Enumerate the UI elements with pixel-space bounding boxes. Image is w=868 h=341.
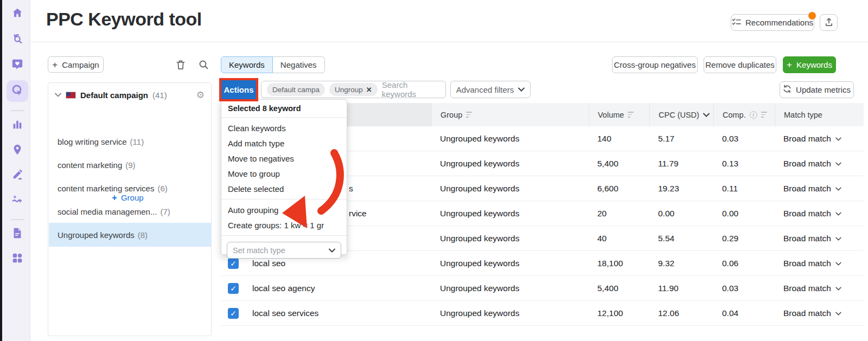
menu-item-move-to-group[interactable]: Move to group xyxy=(221,166,347,181)
match-type-dropdown[interactable]: Broad match xyxy=(775,259,864,268)
export-button[interactable] xyxy=(820,14,838,31)
match-type-dropdown[interactable]: Broad match xyxy=(775,209,864,218)
match-type-label: Broad match xyxy=(783,134,831,144)
keyword-label-partial: s xyxy=(349,176,353,201)
group-item-content-marketing[interactable]: content marketing (9) xyxy=(49,153,212,177)
cpc-cell: 5.54 xyxy=(649,234,713,243)
volume-cell: 5,400 xyxy=(589,284,649,293)
column-header-group[interactable]: Group xyxy=(431,103,589,126)
remove-chip-icon[interactable]: ✕ xyxy=(366,86,372,94)
menu-item-auto-grouping[interactable]: Auto grouping xyxy=(221,202,347,217)
comp-cell: 0.06 xyxy=(713,259,775,268)
sort-icon[interactable] xyxy=(628,112,634,117)
recommendations-label: Recommendations xyxy=(745,18,813,27)
set-match-type-select[interactable]: Set match type xyxy=(227,242,341,259)
campaign-tree-header[interactable]: Default campaign (41) ⚙ xyxy=(48,83,211,107)
campaign-name: Default campaign xyxy=(80,91,148,100)
menu-item-create-groups[interactable]: Create groups: 1 kw = 1 gr xyxy=(221,217,347,233)
keyword-search-input[interactable]: Default campa Ungroup ✕ Search keywords xyxy=(261,81,446,98)
actions-button[interactable]: Actions xyxy=(221,80,256,99)
group-item-ungrouped-keywords[interactable]: Ungrouped keywords (8) xyxy=(49,223,212,247)
sidebar-item-local-marketing[interactable] xyxy=(7,140,28,162)
menu-item-clean-keywords[interactable]: Clean keywords xyxy=(221,120,347,136)
sidebar-item-apps[interactable] xyxy=(7,248,28,270)
group-item-blog-writing-service[interactable]: blog writing service (11) xyxy=(49,130,212,153)
heart-bubble-icon xyxy=(11,58,23,72)
trash-icon[interactable] xyxy=(176,60,186,72)
select-placeholder: Set match type xyxy=(233,246,285,255)
column-header-match-type[interactable]: Match type xyxy=(775,103,864,126)
volume-cell: 12,100 xyxy=(589,308,649,318)
match-type-dropdown[interactable]: Broad match xyxy=(775,134,864,144)
sort-icon[interactable] xyxy=(761,112,767,117)
filter-chip-campaign[interactable]: Default campa xyxy=(267,83,325,96)
menu-item-delete-selected[interactable]: Delete selected xyxy=(221,181,347,196)
group-count: (9) xyxy=(125,160,135,170)
row-checkbox-checked[interactable]: ✓ xyxy=(228,283,239,294)
tab-keywords[interactable]: Keywords xyxy=(221,56,273,73)
match-type-dropdown[interactable]: Broad match xyxy=(775,159,864,169)
sidebar-divider xyxy=(11,110,24,111)
chevron-down-icon[interactable] xyxy=(703,113,710,117)
sidebar-item-home[interactable] xyxy=(7,3,28,25)
chip-label: Ungroup xyxy=(335,86,363,94)
chevron-down-icon[interactable] xyxy=(55,93,61,97)
group-item-social-media-management[interactable]: social media managemen... (7) xyxy=(49,200,212,223)
update-metrics-button[interactable]: Update metrics xyxy=(780,81,854,98)
group-name: blog writing service xyxy=(58,137,127,146)
menu-item-add-match-type[interactable]: Add match type xyxy=(221,136,347,151)
group-cell: Ungrouped keywords xyxy=(431,184,589,194)
match-type-dropdown[interactable]: Broad match xyxy=(775,234,864,243)
tab-negatives[interactable]: Negatives xyxy=(273,56,325,73)
sidebar-item-feedback[interactable] xyxy=(7,54,28,76)
add-keywords-button[interactable]: + Keywords xyxy=(783,56,836,73)
comp-cell: 0.11 xyxy=(713,184,775,194)
row-checkbox-checked[interactable]: ✓ xyxy=(228,308,239,319)
sidebar-item-insights[interactable] xyxy=(7,190,28,211)
menu-item-move-to-negatives[interactable]: Move to negatives xyxy=(221,151,347,166)
advanced-filters-label: Advanced filters xyxy=(456,85,514,94)
comp-cell: 0.03 xyxy=(713,284,775,293)
map-pin-icon xyxy=(11,144,23,158)
match-type-dropdown[interactable]: Broad match xyxy=(775,184,864,194)
group-name: content marketing services xyxy=(58,184,154,193)
cross-group-negatives-button[interactable]: Cross-group negatives xyxy=(612,56,698,73)
sidebar-item-content-editor[interactable] xyxy=(7,165,28,186)
group-name: Ungrouped keywords xyxy=(58,230,135,240)
group-cell: Ungrouped keywords xyxy=(431,259,589,268)
match-type-label: Broad match xyxy=(783,284,831,293)
chevron-down-icon xyxy=(518,87,525,92)
apps-grid-icon xyxy=(11,252,23,266)
comp-cell: 0.29 xyxy=(713,234,775,243)
filter-chip-group[interactable]: Ungroup ✕ xyxy=(329,83,378,96)
column-header-comp[interactable]: Comp. i xyxy=(713,103,775,126)
match-type-dropdown[interactable]: Broad match xyxy=(775,284,864,293)
sparkles-trend-icon xyxy=(11,194,23,208)
advanced-filters-dropdown[interactable]: Advanced filters xyxy=(450,81,531,98)
chevron-down-icon xyxy=(835,237,841,241)
recommendations-button[interactable]: Recommendations xyxy=(731,14,814,31)
match-type-label: Broad match xyxy=(783,184,831,194)
chevron-down-icon xyxy=(835,212,841,216)
chevron-down-icon xyxy=(835,287,841,291)
match-type-dropdown[interactable]: Broad match xyxy=(775,308,864,318)
remove-duplicates-button[interactable]: Remove duplicates xyxy=(704,56,776,73)
column-header-volume[interactable]: Volume xyxy=(589,103,649,126)
sidebar-item-ppc-tool[interactable] xyxy=(7,80,28,102)
page-title: PPC Keyword tool xyxy=(46,9,202,30)
row-checkbox-checked[interactable]: ✓ xyxy=(228,258,239,269)
add-campaign-button[interactable]: + Campaign xyxy=(48,56,104,73)
column-label: Volume xyxy=(598,111,624,119)
info-icon[interactable]: i xyxy=(750,111,757,119)
group-item-content-marketing-services[interactable]: content marketing services (6) xyxy=(49,176,212,200)
notification-dot xyxy=(808,12,816,20)
volume-cell: 20 xyxy=(589,209,649,218)
column-header-cpc[interactable]: CPC (USD) xyxy=(649,103,713,126)
search-icon[interactable] xyxy=(199,60,208,72)
sidebar-item-reports[interactable] xyxy=(7,223,28,245)
sort-icon[interactable] xyxy=(466,112,472,117)
sidebar-item-rank-tracker[interactable] xyxy=(7,29,28,50)
volume-cell: 40 xyxy=(589,234,649,243)
sidebar-item-analytics[interactable] xyxy=(7,115,28,137)
gear-icon[interactable]: ⚙ xyxy=(196,91,205,100)
